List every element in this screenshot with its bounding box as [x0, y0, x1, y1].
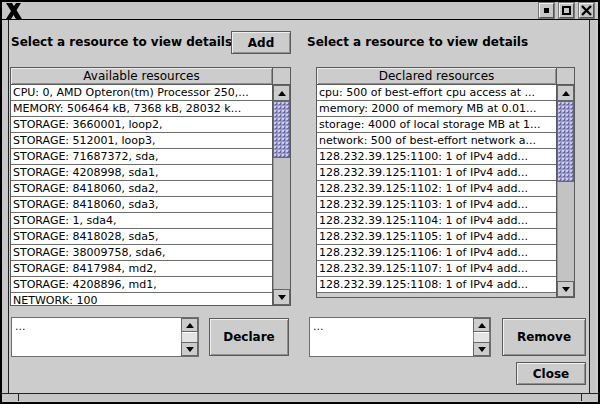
window-frame-left[interactable] — [2, 20, 9, 393]
scroll-down-button[interactable] — [557, 281, 574, 297]
right-panel-title: Select a resource to view details — [307, 35, 528, 49]
left-panel-title: Select a resource to view details — [11, 35, 232, 49]
minimize-button[interactable] — [539, 3, 554, 18]
left-scrollbar[interactable] — [273, 68, 290, 305]
scrollbar-track[interactable] — [557, 101, 574, 281]
triangle-up-icon — [478, 323, 486, 328]
table-row[interactable]: STORAGE: 512001, loop3, — [11, 133, 272, 149]
spinner-thumb[interactable] — [473, 332, 490, 342]
declared-resources-list: cpu: 500 of best-effort cpu access at ..… — [317, 85, 556, 297]
available-resources-pane: Available resources CPU: 0, AMD Opteron(… — [10, 67, 291, 306]
scrollbar-corner — [557, 68, 574, 85]
dialog-content: Select a resource to view details Add Se… — [9, 20, 589, 393]
table-row[interactable]: 128.232.39.125:1103: 1 of IPv4 add... — [317, 197, 556, 213]
scroll-up-button[interactable] — [273, 85, 290, 101]
triangle-up-icon — [278, 91, 286, 96]
declare-value-spinner[interactable]: ... — [11, 317, 199, 357]
triangle-up-icon — [186, 323, 194, 328]
window: Select a resource to view details Add Se… — [0, 0, 600, 404]
table-row[interactable]: STORAGE: 71687372, sda, — [11, 149, 272, 165]
available-resources-list: CPU: 0, AMD Opteron(tm) Processor 250,..… — [11, 85, 272, 305]
table-row[interactable]: 128.232.39.125:1104: 1 of IPv4 add... — [317, 213, 556, 229]
triangle-down-icon — [278, 295, 286, 300]
triangle-down-icon — [186, 347, 194, 352]
spinner-down-button[interactable] — [473, 342, 490, 356]
spinner-up-button[interactable] — [473, 318, 490, 332]
remove-value-spinner[interactable]: ... — [309, 317, 491, 357]
scrollbar-thumb[interactable] — [557, 101, 574, 182]
table-row[interactable]: STORAGE: 8418060, sda2, — [11, 181, 272, 197]
triangle-down-icon — [562, 287, 570, 292]
right-scrollbar[interactable] — [557, 68, 574, 297]
spinner-value[interactable]: ... — [310, 318, 473, 356]
window-frame-right[interactable] — [589, 20, 596, 393]
table-row[interactable]: 128.232.39.125:1106: 1 of IPv4 add... — [317, 245, 556, 261]
table-row[interactable]: 128.232.39.125:1100: 1 of IPv4 add... — [317, 149, 556, 165]
titlebar[interactable] — [2, 2, 598, 20]
close-icon — [581, 5, 592, 16]
table-row[interactable]: storage: 4000 of local storage MB at 1..… — [317, 117, 556, 133]
table-row[interactable]: STORAGE: 4208896, md1, — [11, 277, 272, 293]
declare-button[interactable]: Declare — [209, 318, 289, 356]
resize-grip-divider — [581, 394, 582, 401]
window-close-button[interactable] — [579, 3, 594, 18]
table-row[interactable]: 128.232.39.125:1105: 1 of IPv4 add... — [317, 229, 556, 245]
spinner-thumb[interactable] — [181, 332, 198, 342]
close-button[interactable]: Close — [516, 362, 586, 385]
table-row[interactable]: 128.232.39.125:1108: 1 of IPv4 add... — [317, 277, 556, 293]
table-row[interactable]: STORAGE: 4208998, sda1, — [11, 165, 272, 181]
table-row[interactable]: STORAGE: 8418060, sda3, — [11, 197, 272, 213]
scrollbar-track[interactable] — [273, 101, 290, 289]
scrollbar-corner — [273, 68, 290, 85]
spinner-up-button[interactable] — [181, 318, 198, 332]
table-row[interactable]: network: 500 of best-effort network a... — [317, 133, 556, 149]
table-row[interactable]: STORAGE: 8418028, sda5, — [11, 229, 272, 245]
available-resources-header: Available resources — [11, 68, 272, 85]
table-row[interactable]: STORAGE: 3660001, loop2, — [11, 117, 272, 133]
minimize-icon — [544, 8, 549, 13]
triangle-up-icon — [562, 91, 570, 96]
spinner-down-button[interactable] — [181, 342, 198, 356]
table-row[interactable]: STORAGE: 38009758, sda6, — [11, 245, 272, 261]
table-row[interactable]: NETWORK: 100 — [11, 293, 272, 305]
table-row[interactable]: 128.232.39.125:1102: 1 of IPv4 add... — [317, 181, 556, 197]
table-row[interactable]: 128.232.39.125:1101: 1 of IPv4 add... — [317, 165, 556, 181]
triangle-down-icon — [478, 347, 486, 352]
add-button[interactable]: Add — [231, 31, 291, 54]
spinner-value[interactable]: ... — [12, 318, 181, 356]
table-row[interactable]: memory: 2000 of memory MB at 0.01... — [317, 101, 556, 117]
scroll-down-button[interactable] — [273, 289, 290, 305]
x11-logo-icon[interactable] — [5, 3, 23, 19]
scroll-up-button[interactable] — [557, 85, 574, 101]
resize-grip-divider — [18, 394, 19, 401]
table-row[interactable]: cpu: 500 of best-effort cpu access at ..… — [317, 85, 556, 101]
declared-resources-pane: Declared resources cpu: 500 of best-effo… — [316, 67, 575, 298]
scrollbar-thumb[interactable] — [273, 101, 290, 158]
table-row[interactable]: 128.232.39.125:1107: 1 of IPv4 add... — [317, 261, 556, 277]
table-row[interactable]: STORAGE: 8417984, md2, — [11, 261, 272, 277]
remove-button[interactable]: Remove — [502, 318, 586, 356]
maximize-icon — [562, 6, 571, 15]
window-frame-bottom[interactable] — [2, 393, 598, 401]
declared-resources-header: Declared resources — [317, 68, 556, 85]
table-row[interactable]: STORAGE: 1, sda4, — [11, 213, 272, 229]
table-row[interactable]: CPU: 0, AMD Opteron(tm) Processor 250,..… — [11, 85, 272, 101]
maximize-button[interactable] — [559, 3, 574, 18]
table-row[interactable]: MEMORY: 506464 kB, 7368 kB, 28032 k... — [11, 101, 272, 117]
